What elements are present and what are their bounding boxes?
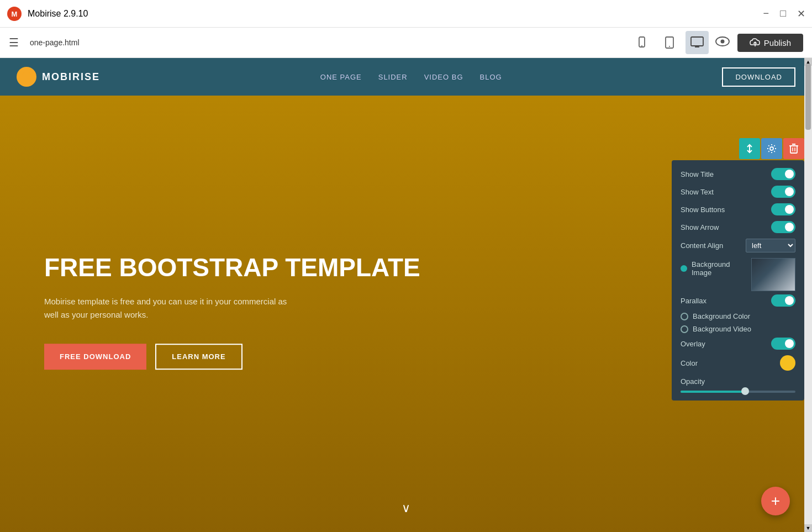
background-video-label: Background Video	[693, 325, 751, 333]
nav-blog[interactable]: BLOG	[480, 73, 502, 81]
show-text-label: Show Text	[681, 188, 714, 196]
show-text-row: Show Text	[681, 186, 795, 198]
minimize-button[interactable]: −	[763, 8, 769, 20]
app-title: Mobirise 2.9.10	[28, 9, 88, 19]
svg-point-12	[22, 72, 31, 82]
show-title-row: Show Title	[681, 168, 795, 180]
hero-content: FREE BOOTSTRAP TEMPLATE Mobirise templat…	[44, 254, 420, 370]
toggle-thumb-5	[785, 296, 794, 305]
mobile-view-button[interactable]	[630, 31, 653, 54]
delete-section-button[interactable]	[783, 138, 804, 159]
preview-button[interactable]	[715, 35, 730, 50]
show-title-label: Show Title	[681, 170, 714, 178]
nav-links: ONE PAGE SLIDER VIDEO BG BLOG	[320, 73, 502, 81]
svg-point-14	[770, 147, 773, 150]
toolbar-right: Publish	[715, 34, 803, 52]
background-color-row[interactable]: Background Color	[681, 312, 795, 320]
cloud-upload-icon	[750, 38, 761, 47]
opacity-slider-track[interactable]	[681, 391, 795, 393]
show-buttons-toggle[interactable]	[771, 203, 795, 215]
eye-icon	[715, 36, 730, 46]
parallax-row: Parallax	[681, 294, 795, 307]
app-logo-icon: M	[7, 6, 22, 22]
nav-one-page[interactable]: ONE PAGE	[320, 73, 362, 81]
svg-point-10	[720, 40, 724, 44]
svg-rect-6	[691, 37, 703, 46]
svg-text:M: M	[12, 10, 18, 18]
site-logo: MOBIRISE	[17, 67, 100, 87]
show-arrow-row: Show Arrow	[681, 221, 795, 233]
content-align-row: Content Align left center right	[681, 239, 795, 252]
toggle-thumb-6	[785, 339, 794, 348]
toggle-thumb	[785, 170, 794, 178]
background-color-label: Background Color	[693, 312, 750, 320]
hero-arrow[interactable]: ∨	[402, 501, 410, 515]
overlay-row: Overlay	[681, 338, 795, 350]
show-arrow-label: Show Arrow	[681, 223, 719, 231]
parallax-label: Parallax	[681, 297, 706, 305]
mobile-icon	[636, 36, 648, 49]
window-controls: − □ ✕	[763, 8, 805, 20]
menu-icon[interactable]: ☰	[9, 36, 19, 49]
parallax-toggle[interactable]	[771, 294, 795, 307]
bg-image-section: Background Image	[681, 260, 751, 277]
show-text-toggle[interactable]	[771, 186, 795, 198]
color-label: Color	[681, 359, 698, 367]
scroll-down-button[interactable]: ▼	[804, 524, 812, 532]
publish-button[interactable]: Publish	[737, 34, 803, 52]
toggle-thumb-2	[785, 187, 794, 196]
background-video-row[interactable]: Background Video	[681, 325, 795, 333]
scrollbar-thumb[interactable]	[805, 64, 811, 130]
move-icon	[745, 144, 755, 154]
publish-label: Publish	[764, 38, 791, 48]
title-bar: M Mobirise 2.9.10 − □ ✕	[0, 0, 812, 28]
content-align-label: Content Align	[681, 241, 723, 250]
bg-video-radio[interactable]	[681, 325, 688, 333]
hero-buttons: FREE DOWNLOAD LEARN MORE	[44, 344, 420, 370]
show-arrow-toggle[interactable]	[771, 221, 795, 233]
background-image-label: Background Image	[692, 260, 751, 277]
bg-image-dot	[681, 265, 687, 272]
panel-toolbar	[739, 138, 804, 159]
toggle-thumb-4	[785, 223, 794, 231]
background-image-row: Background Image	[681, 258, 795, 291]
free-download-button[interactable]: FREE DOWNLOAD	[44, 344, 146, 370]
section-settings-button[interactable]	[761, 138, 782, 159]
color-row: Color	[681, 355, 795, 371]
overlay-label: Overlay	[681, 340, 705, 348]
tablet-view-button[interactable]	[658, 31, 681, 54]
logo-icon	[21, 71, 32, 82]
tablet-icon	[663, 36, 676, 49]
nav-download-button[interactable]: DOWNLOAD	[722, 67, 795, 87]
opacity-slider-fill	[681, 391, 744, 393]
add-section-button[interactable]: +	[761, 487, 790, 515]
thumb-preview	[752, 259, 795, 291]
scrollbar: ▲ ▼	[804, 58, 812, 532]
nav-slider[interactable]: SLIDER	[378, 73, 408, 81]
opacity-slider-thumb[interactable]	[741, 387, 749, 395]
bg-color-radio[interactable]	[681, 313, 688, 320]
toolbar: ☰ one-page.html	[0, 28, 812, 58]
nav-video-bg[interactable]: VIDEO BG	[424, 73, 463, 81]
site-nav: MOBIRISE ONE PAGE SLIDER VIDEO BG BLOG D…	[0, 58, 812, 96]
desktop-view-button[interactable]	[686, 31, 709, 54]
show-title-toggle[interactable]	[771, 168, 795, 180]
site-logo-text: MOBIRISE	[42, 71, 100, 83]
device-switcher	[630, 31, 709, 54]
settings-panel: Show Title Show Text Show Buttons Show A…	[672, 160, 804, 401]
learn-more-button[interactable]: LEARN MORE	[155, 344, 242, 370]
close-button[interactable]: ✕	[797, 8, 805, 20]
maximize-button[interactable]: □	[780, 8, 786, 20]
toggle-thumb-3	[785, 205, 794, 214]
move-section-button[interactable]	[739, 138, 760, 159]
background-image-thumb[interactable]	[751, 258, 795, 291]
svg-point-5	[669, 46, 670, 47]
content-align-select[interactable]: left center right	[746, 239, 795, 252]
color-swatch[interactable]	[780, 355, 795, 371]
opacity-row: Opacity	[681, 376, 795, 393]
overlay-toggle[interactable]	[771, 338, 795, 350]
filename-label: one-page.html	[30, 38, 624, 47]
show-buttons-label: Show Buttons	[681, 206, 725, 214]
hero-subtitle: Mobirise template is free and you can us…	[44, 295, 298, 322]
gear-icon	[767, 144, 777, 154]
